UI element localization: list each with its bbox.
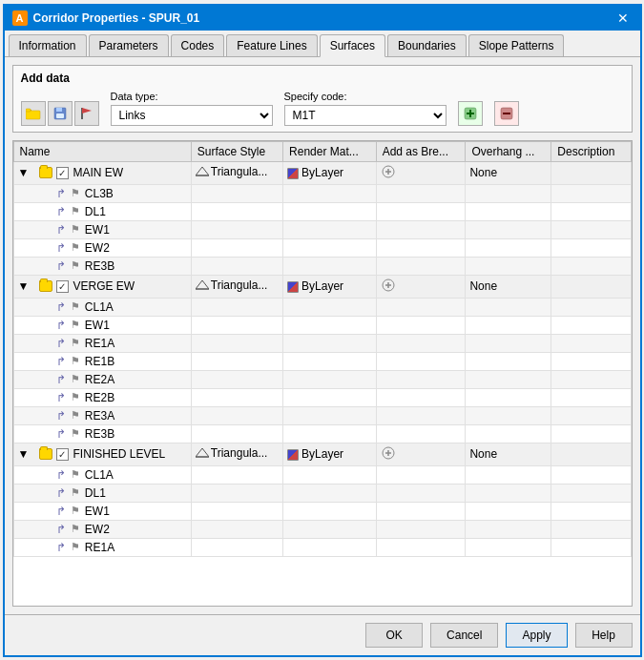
table-row: ↱⚑ RE1A (13, 334, 631, 352)
svg-rect-2 (26, 109, 31, 112)
ok-button[interactable]: OK (365, 623, 423, 648)
bylayer-icon (287, 281, 299, 293)
flag-button[interactable] (74, 101, 99, 126)
row-name: MAIN EW (73, 166, 124, 179)
help-button[interactable]: Help (575, 623, 633, 648)
add-bre-icon (381, 278, 396, 293)
child-tree-cell: ↱⚑ RE1A (18, 541, 187, 554)
row-checkbox[interactable] (56, 448, 69, 461)
table-row[interactable]: ▼ FINISHED LEVEL Triangula... (13, 443, 631, 465)
overhang-cell: None (466, 443, 551, 465)
surface-style-value: Triangula... (196, 165, 268, 178)
col-render-mat: Render Mat... (283, 141, 377, 161)
svg-marker-18 (196, 280, 209, 289)
data-type-group: Data type: Links Points Shapes (111, 91, 273, 126)
data-type-row: Links Points Shapes (111, 105, 273, 126)
svg-marker-23 (196, 448, 209, 457)
child-tree-cell: ↱⚑ CL1A (18, 468, 187, 482)
table-row: ↱⚑ CL3B (13, 184, 631, 202)
svg-marker-7 (82, 108, 92, 113)
bylayer-icon (287, 168, 299, 179)
specify-code-label: Specify code: (284, 91, 447, 102)
tab-information[interactable]: Information (9, 34, 87, 56)
line-icon: ↱ (56, 241, 66, 255)
tab-surfaces[interactable]: Surfaces (320, 34, 385, 57)
tab-codes[interactable]: Codes (171, 34, 225, 56)
table-row: ↱⚑ RE3A (13, 406, 631, 424)
line-icon: ↱ (56, 337, 66, 350)
table-row: ↱⚑ RE1B (13, 352, 631, 370)
table-row[interactable]: ▼ VERGE EW Triangula... (13, 275, 631, 298)
col-surface-style: Surface Style (191, 141, 282, 161)
child-tree-cell: ↱⚑ EW1 (18, 505, 187, 518)
expand-icon[interactable]: ▼ (18, 447, 30, 461)
add-item-button[interactable] (458, 101, 483, 126)
line-icon: ↱ (56, 355, 66, 368)
save-button[interactable] (48, 101, 73, 126)
close-button[interactable]: ✕ (613, 9, 633, 28)
svg-rect-1 (26, 111, 40, 119)
tab-slope-patterns[interactable]: Slope Patterns (468, 34, 565, 56)
overhang-cell: None (466, 161, 551, 184)
add-bre-icon (381, 164, 396, 179)
table-row[interactable]: ▼ MAIN EW Triangula... (13, 161, 631, 184)
child-tree-cell: ↱⚑ EW1 (18, 319, 187, 332)
specify-code-select[interactable]: M1T (284, 105, 447, 126)
expand-icon[interactable]: ▼ (18, 279, 30, 293)
row-name: VERGE EW (73, 279, 135, 293)
child-flag-icon: ⚑ (71, 505, 80, 517)
line-icon: ↱ (56, 259, 66, 273)
expand-icon[interactable]: ▼ (18, 166, 30, 179)
dialog-title: Corridor Properties - SPUR_01 (33, 11, 200, 25)
child-flag-icon: ⚑ (71, 468, 80, 481)
line-icon: ↱ (56, 187, 66, 200)
render-mat-cell: ByLayer (283, 161, 377, 184)
folder-icon (39, 167, 52, 178)
render-mat-cell: ByLayer (283, 275, 377, 298)
content-area: Add data (5, 57, 640, 614)
row-checkbox[interactable] (56, 280, 69, 293)
child-tree-cell: ↱⚑ DL1 (18, 486, 187, 500)
tree-cell: ▼ VERGE EW (18, 279, 187, 293)
child-flag-icon: ⚑ (71, 355, 80, 367)
add-data-section: Add data (12, 65, 633, 133)
child-flag-icon: ⚑ (71, 187, 80, 199)
tab-parameters[interactable]: Parameters (89, 34, 169, 56)
overhang-cell: None (466, 275, 551, 298)
add-data-row: Data type: Links Points Shapes Specify c… (21, 91, 624, 126)
line-icon: ↱ (56, 409, 66, 423)
row-checkbox[interactable] (56, 167, 69, 179)
child-tree-cell: ↱⚑ DL1 (18, 205, 187, 218)
child-flag-icon: ⚑ (71, 373, 80, 385)
child-tree-cell: ↱⚑ RE3A (18, 409, 187, 423)
line-icon: ↱ (56, 373, 66, 386)
tab-boundaries[interactable]: Boundaries (387, 34, 467, 56)
line-icon: ↱ (56, 223, 66, 237)
description-cell (551, 443, 631, 465)
data-grid: Name Surface Style Render Mat... Add as … (12, 140, 633, 607)
child-tree-cell: ↱⚑ RE3B (18, 259, 187, 273)
open-folder-button[interactable] (21, 101, 46, 126)
triangulate-icon (196, 279, 209, 291)
surface-style-value: Triangula... (196, 446, 268, 460)
surface-style-cell: Triangula... (191, 443, 282, 465)
table-row: ↱⚑ RE3B (13, 424, 631, 443)
data-type-select[interactable]: Links Points Shapes (111, 105, 273, 126)
tab-feature-lines[interactable]: Feature Lines (226, 34, 317, 56)
specify-code-group: Specify code: M1T (284, 91, 447, 126)
apply-button[interactable]: Apply (506, 623, 567, 648)
line-icon: ↱ (56, 391, 66, 404)
table-row: ↱⚑ CL1A (13, 465, 631, 484)
child-tree-cell: ↱⚑ EW1 (18, 223, 187, 237)
child-tree-cell: ↱⚑ RE3B (18, 427, 187, 441)
open-folder-icon (26, 107, 41, 120)
cancel-button[interactable]: Cancel (430, 623, 498, 648)
delete-item-button[interactable] (494, 101, 519, 126)
col-name: Name (13, 141, 191, 161)
folder-icon (39, 280, 52, 292)
footer: OK Cancel Apply Help (5, 614, 640, 655)
child-flag-icon: ⚑ (71, 205, 80, 217)
col-add-as-bre: Add as Bre... (376, 141, 466, 161)
line-icon: ↱ (56, 427, 66, 441)
save-icon (53, 107, 67, 120)
